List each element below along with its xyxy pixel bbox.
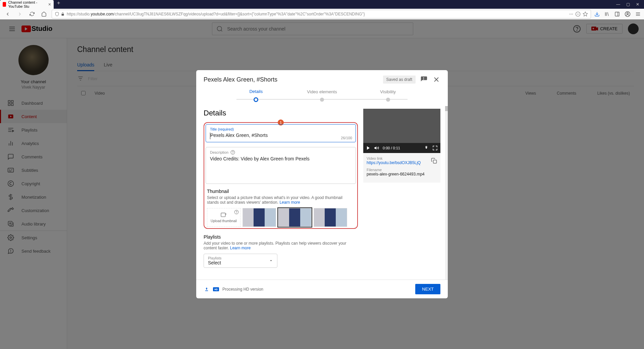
svg-marker-57 [367,146,370,150]
svg-marker-58 [374,146,376,149]
video-controls: 0:00 / 0:11 [363,143,440,153]
svg-rect-60 [433,160,437,163]
details-title: Details [204,109,358,117]
scrollbar[interactable] [445,106,448,280]
upload-dialog: Pexels Alex Green, #Shorts Saved as draf… [196,70,448,298]
learn-more-link[interactable]: Learn more [230,246,251,250]
minimize-icon[interactable]: — [616,2,620,7]
step-elements[interactable]: Video elements [289,89,355,102]
home-button[interactable] [40,10,48,18]
video-link[interactable]: https://youtu.be/bsdOXJB5LjQ [367,160,437,165]
svg-point-52 [233,153,233,154]
dialog-body: Details 1 Title (required) Pexels Alex G… [196,106,448,280]
playlists-desc: Add your video to one or more playlists.… [204,241,358,250]
svg-point-54 [236,213,237,213]
dialog-feedback-icon[interactable] [420,76,428,83]
playlists-title: Playlists [204,234,358,240]
browser-titlebar: Channel content - YouTube Stu × + — ▢ ✕ [0,0,644,9]
lock-icon [61,12,65,16]
play-icon[interactable] [366,146,371,150]
browser-toolbar: https://studio.youtube.com/channel/UC3Iu… [0,9,644,19]
close-dialog-icon[interactable] [432,76,440,84]
svg-text:HD: HD [214,288,218,291]
back-button[interactable] [3,10,12,18]
next-button[interactable]: NEXT [415,284,440,294]
reader-icon[interactable] [575,11,581,17]
video-link-label: Video link [367,156,437,160]
svg-rect-61 [205,290,208,291]
thumbnail-option-1[interactable] [243,208,276,227]
upload-status-icon [204,287,210,292]
url-text: https://studio.youtube.com/channel/UC3Iu… [67,12,567,16]
new-tab-button[interactable]: + [54,0,63,9]
learn-more-link[interactable]: Learn more [279,200,300,205]
title-char-count: 26/100 [341,136,352,140]
forward-button[interactable] [15,10,24,18]
browser-menu-icon[interactable] [635,11,641,17]
add-image-icon [220,212,227,218]
hd-badge-icon: HD [213,287,219,292]
svg-point-10 [627,12,629,14]
youtube-favicon-icon [3,2,6,7]
draft-badge: Saved as draft [383,76,416,84]
chevron-down-icon [269,259,273,263]
settings-icon[interactable] [424,145,429,151]
close-window-icon[interactable]: ✕ [636,2,639,7]
help-icon[interactable] [234,210,239,214]
svg-marker-56 [270,260,272,261]
thumbnail-desc: Select or upload a picture that shows wh… [207,195,355,205]
bookmark-icon[interactable] [583,11,588,17]
svg-marker-3 [583,12,587,16]
dialog-header: Pexels Alex Green, #Shorts Saved as draf… [196,70,448,89]
modal-overlay: Pexels Alex Green, #Shorts Saved as draf… [0,19,644,349]
thumbnail-row: Upload thumbnail [207,208,355,227]
dialog-title: Pexels Alex Green, #Shorts [204,76,277,83]
browser-tabs: Channel content - YouTube Stu × + [0,0,63,9]
maximize-icon[interactable]: ▢ [626,2,630,7]
description-label: Description [210,150,352,155]
shield-icon [55,12,59,16]
filename-value: pexels-alex-green-6624493.mp4 [367,172,437,177]
title-label: Title (required) [210,127,352,131]
thumbnail-option-3[interactable] [314,208,347,227]
library-icon[interactable] [604,11,610,17]
downloads-icon[interactable] [594,11,600,17]
title-input[interactable]: Pexels Alex Green, #Shorts [210,133,352,139]
filename-label: Filename [367,168,437,172]
tab-title: Channel content - YouTube Stu [8,0,46,8]
dialog-footer: HD Processing HD version NEXT [196,280,448,298]
video-info-panel: Video link https://youtu.be/bsdOXJB5LjQ … [363,153,440,183]
thumbnail-option-2[interactable] [278,208,312,227]
playlist-select[interactable]: Playlists Select [204,254,277,268]
browser-tab-active[interactable]: Channel content - YouTube Stu × [0,0,54,9]
video-preview[interactable]: 0:00 / 0:11 [363,109,440,153]
address-bar[interactable]: https://studio.youtube.com/channel/UC3Iu… [52,10,591,18]
description-field[interactable]: Description Video Credits: Video by Alex… [206,147,356,184]
stepper: Details Video elements Visibility [196,89,448,106]
description-input[interactable]: Video Credits: Video by Alex Green from … [210,156,352,163]
step-visibility[interactable]: Visibility [355,89,421,102]
svg-rect-55 [221,213,225,216]
processing-status: Processing HD version [222,287,263,292]
sidebar-icon[interactable] [614,11,620,17]
thumbnail-title: Thumbnail [207,189,355,194]
more-icon[interactable]: ⋯ [569,12,573,16]
step-details[interactable]: Details [223,89,289,102]
volume-icon[interactable] [374,145,379,151]
svg-rect-7 [615,12,619,16]
reload-button[interactable] [28,10,36,18]
title-field[interactable]: Title (required) Pexels Alex Green, #Sho… [206,124,356,142]
window-controls: — ▢ ✕ [616,2,644,7]
fullscreen-icon[interactable] [432,145,438,151]
svg-line-6 [607,12,608,16]
close-tab-icon[interactable]: × [48,2,51,7]
svg-rect-0 [62,14,64,15]
copy-icon[interactable] [431,158,437,164]
upload-thumbnail-button[interactable]: Upload thumbnail [207,208,240,227]
account-icon[interactable] [625,11,631,17]
annotation-highlight: 1 Title (required) Pexels Alex Green, #S… [204,122,358,229]
help-icon[interactable] [230,150,235,155]
video-time: 0:00 / 0:11 [383,146,400,150]
